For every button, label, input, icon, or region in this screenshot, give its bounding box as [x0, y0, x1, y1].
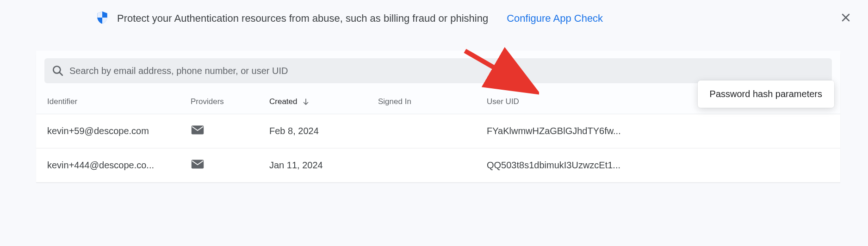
column-created-label: Created	[269, 97, 297, 106]
cell-identifier: kevin+444@descope.co...	[47, 160, 191, 171]
cell-providers	[191, 124, 269, 138]
close-button[interactable]	[837, 9, 854, 26]
email-provider-icon	[191, 159, 205, 170]
search-input[interactable]	[69, 66, 825, 76]
shield-icon	[95, 10, 110, 27]
column-providers[interactable]: Providers	[191, 97, 269, 106]
sort-desc-icon	[302, 98, 310, 106]
column-identifier[interactable]: Identifier	[47, 97, 191, 106]
search-bar[interactable]	[44, 58, 832, 83]
column-created[interactable]: Created	[269, 97, 378, 106]
close-icon	[840, 12, 851, 23]
users-panel: Identifier Providers Created Signed In U…	[36, 51, 840, 183]
password-hash-menu-item[interactable]: Password hash parameters	[698, 80, 834, 108]
cell-uid: FYaKlwmwHZaGBlGJhdTY6fw...	[487, 126, 829, 136]
table-row[interactable]: kevin+444@descope.co... Jan 11, 2024 QQ5…	[36, 148, 840, 183]
svg-line-1	[60, 73, 62, 75]
cell-created: Jan 11, 2024	[269, 160, 378, 171]
cell-identifier: kevin+59@descope.com	[47, 126, 191, 136]
svg-rect-2	[192, 125, 204, 134]
configure-app-check-link[interactable]: Configure App Check	[507, 12, 603, 25]
cell-created: Feb 8, 2024	[269, 126, 378, 136]
column-signedin[interactable]: Signed In	[378, 97, 487, 106]
popup-label: Password hash parameters	[710, 89, 822, 99]
email-provider-icon	[191, 124, 205, 135]
search-icon	[52, 65, 64, 77]
banner-text: Protect your Authentication resources fr…	[117, 12, 488, 25]
cell-uid: QQ503t8s1dbimukI3UzwzcEt1...	[487, 160, 829, 171]
svg-rect-3	[192, 160, 204, 168]
table-row[interactable]: kevin+59@descope.com Feb 8, 2024 FYaKlwm…	[36, 114, 840, 148]
cell-providers	[191, 159, 269, 172]
banner: Protect your Authentication resources fr…	[76, 0, 840, 37]
